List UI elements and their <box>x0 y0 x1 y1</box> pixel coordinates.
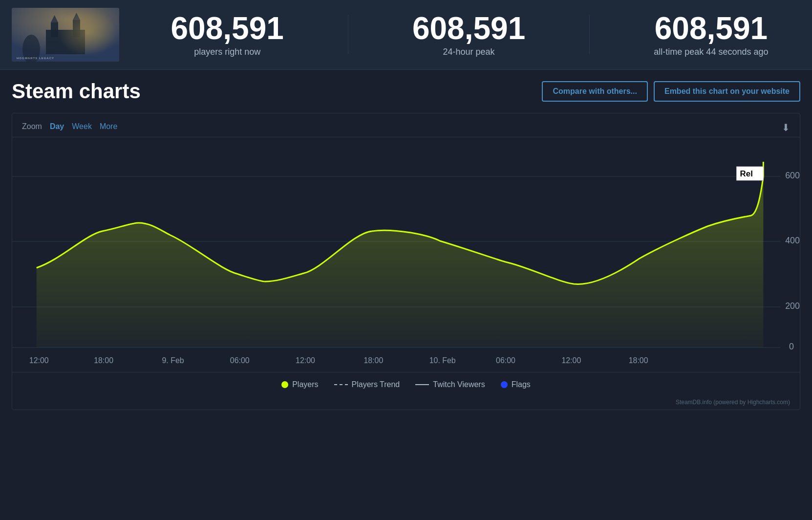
flags-label: Flags <box>512 380 531 389</box>
svg-text:12:00: 12:00 <box>561 356 581 365</box>
main-content: Steam charts Compare with others... Embe… <box>0 70 812 420</box>
players-dot <box>281 381 288 388</box>
svg-text:400k: 400k <box>785 236 800 245</box>
stat-divider-1 <box>348 15 348 54</box>
svg-text:18:00: 18:00 <box>94 356 113 365</box>
chart-legend: Players Players Trend Twitch Viewers Fla… <box>12 372 800 397</box>
header-banner: HOGWARTS LEGACY 608,591 players right no… <box>0 0 812 70</box>
zoom-label: Zoom <box>22 122 42 131</box>
peak-24h-label: 24-hour peak <box>412 47 525 57</box>
svg-text:06:00: 06:00 <box>496 356 515 365</box>
twitch-line <box>415 384 429 385</box>
svg-text:0: 0 <box>789 342 794 351</box>
legend-players: Players <box>281 380 318 389</box>
zoom-week-button[interactable]: Week <box>72 122 92 131</box>
svg-text:9. Feb: 9. Feb <box>162 356 184 365</box>
current-players-number: 608,591 <box>171 13 284 44</box>
chart-svg: 600k 400k 200k 0 Rel 12:00 18:00 9. Feb <box>12 137 800 372</box>
stat-24h-peak: 608,591 24-hour peak <box>412 13 525 57</box>
svg-text:10. Feb: 10. Feb <box>429 356 456 365</box>
svg-text:600k: 600k <box>785 171 800 180</box>
svg-text:18:00: 18:00 <box>363 356 383 365</box>
stat-alltime-peak: 608,591 all-time peak 44 seconds ago <box>654 13 768 57</box>
zoom-more-button[interactable]: More <box>100 122 117 131</box>
svg-text:200k: 200k <box>785 301 800 311</box>
legend-flags: Flags <box>501 380 531 389</box>
legend-twitch: Twitch Viewers <box>415 380 485 389</box>
svg-text:12:00: 12:00 <box>296 356 315 365</box>
trend-label: Players Trend <box>352 380 400 389</box>
download-icon[interactable]: ⬇ <box>782 122 790 133</box>
svg-point-7 <box>58 8 117 57</box>
zoom-bar: Zoom Day Week More ⬇ <box>12 118 800 137</box>
chart-container: Zoom Day Week More ⬇ <box>12 113 800 410</box>
current-players-label: players right now <box>171 47 284 57</box>
page-title: Steam charts <box>12 80 141 103</box>
svg-text:06:00: 06:00 <box>230 356 250 365</box>
legend-trend: Players Trend <box>334 380 400 389</box>
flags-dot <box>501 381 508 388</box>
embed-button[interactable]: Embed this chart on your website <box>654 81 800 102</box>
alltime-peak-label: all-time peak 44 seconds ago <box>654 47 768 57</box>
charts-buttons: Compare with others... Embed this chart … <box>542 81 800 102</box>
stat-divider-2 <box>589 15 590 54</box>
alltime-peak-number: 608,591 <box>654 13 768 44</box>
stats-group: 608,591 players right now 608,591 24-hou… <box>139 13 800 57</box>
attribution: SteamDB.info (powered by Highcharts.com) <box>12 397 800 410</box>
charts-header: Steam charts Compare with others... Embe… <box>12 80 800 103</box>
zoom-day-button[interactable]: Day <box>50 122 64 131</box>
svg-text:HOGWARTS LEGACY: HOGWARTS LEGACY <box>17 57 54 60</box>
trend-dash <box>334 384 348 385</box>
peak-24h-number: 608,591 <box>412 13 525 44</box>
chart-area: 600k 400k 200k 0 Rel 12:00 18:00 9. Feb <box>12 137 800 372</box>
compare-button[interactable]: Compare with others... <box>542 81 647 102</box>
svg-text:12:00: 12:00 <box>29 356 49 365</box>
stat-current-players: 608,591 players right now <box>171 13 284 57</box>
svg-text:18:00: 18:00 <box>629 356 648 365</box>
svg-rect-2 <box>51 22 58 37</box>
players-label: Players <box>292 380 318 389</box>
game-image: HOGWARTS LEGACY <box>12 8 119 62</box>
svg-text:Rel: Rel <box>740 169 753 178</box>
twitch-label: Twitch Viewers <box>433 380 485 389</box>
